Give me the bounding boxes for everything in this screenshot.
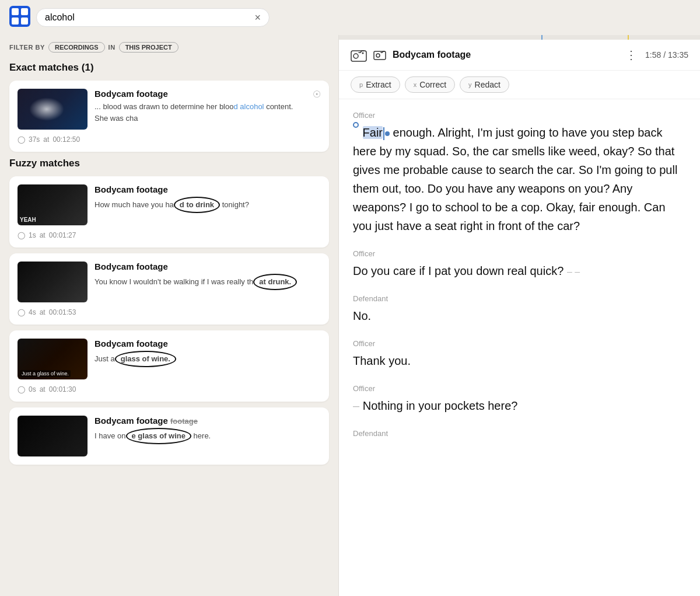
- transcript-text-2[interactable]: No.: [353, 306, 686, 325]
- selected-text: Fair: [363, 126, 383, 139]
- trailing-dots: – –: [567, 267, 580, 277]
- redact-button[interactable]: y Redact: [460, 76, 509, 93]
- svg-rect-3: [12, 18, 19, 25]
- result-meta-0: ◯ 37s at 00:12:50: [18, 135, 321, 144]
- clock-icon-f1: ◯: [18, 308, 25, 316]
- fuzzy-snippet-3: I have one glass of wine here.: [94, 428, 321, 444]
- fuzzy-time-0: 00:01:27: [49, 231, 76, 239]
- svg-point-9: [376, 54, 380, 57]
- fuzzy-info-1: Bodycam footage You know I wouldn't be w…: [94, 262, 321, 290]
- fuzzy-match-card-3[interactable]: Bodycam footage footage I have one glass…: [9, 407, 329, 465]
- filter-bar: FILTER BY RECORDINGS IN THIS PROJECT: [9, 42, 329, 53]
- correct-key: x: [414, 81, 417, 88]
- transcript-speaker-2: Defendant: [353, 294, 686, 303]
- app-logo[interactable]: [9, 6, 30, 29]
- filter-recordings-chip[interactable]: RECORDINGS: [48, 42, 105, 53]
- main-content: FILTER BY RECORDINGS IN THIS PROJECT Exa…: [0, 35, 700, 596]
- exact-matches-section: Exact matches (1) Bodycam footage ... bl…: [9, 62, 329, 152]
- fuzzy-info-0: Bodycam footage How much have you had to…: [94, 184, 321, 213]
- result-time-0: 00:12:50: [52, 135, 80, 144]
- fuzzy-snippet-2: Just a glass of wine.: [94, 351, 321, 367]
- fuzzy-time-1: 00:01:53: [49, 308, 76, 316]
- transcript-text-3[interactable]: Thank you.: [353, 351, 686, 370]
- search-box[interactable]: ×: [36, 8, 270, 27]
- result-thumbnail-0: [18, 89, 88, 130]
- fuzzy-info-2: Bodycam footage Just a glass of wine.: [94, 339, 321, 367]
- clear-search-button[interactable]: ×: [254, 12, 261, 23]
- fuzzy-meta-1: ◯ 4s at 00:01:53: [18, 308, 321, 316]
- fuzzy-duration-2: 0s: [29, 385, 36, 393]
- fuzzy-meta-0: ◯ 1s at 00:01:27: [18, 231, 321, 239]
- more-options-button[interactable]: ⋮: [623, 48, 639, 62]
- video-progress-bar[interactable]: [339, 35, 700, 40]
- fuzzy-match-card-2[interactable]: Just a glass of wine. Bodycam footage Ju…: [9, 330, 329, 402]
- progress-marker-yellow: [628, 35, 629, 40]
- filter-label: FILTER BY: [9, 44, 45, 51]
- circled-phrase-3: e glass of wine: [126, 428, 191, 444]
- transcript-area: Officer Fair enough. Alright, I'm just g…: [339, 99, 700, 596]
- result-info-0: Bodycam footage ... blood was drawn to d…: [94, 89, 306, 124]
- redact-key: y: [468, 81, 472, 88]
- circled-phrase-1: at drunk.: [253, 274, 297, 290]
- fuzzy-info-3: Bodycam footage footage I have one glass…: [94, 416, 321, 444]
- redact-label: Redact: [475, 80, 501, 89]
- selection-handle: [353, 126, 363, 139]
- time-separator: /: [663, 50, 668, 60]
- correct-label: Correct: [419, 80, 446, 89]
- extract-key: p: [359, 81, 363, 88]
- search-input[interactable]: [45, 12, 250, 23]
- transcript-text-0[interactable]: Fair enough. Alright, I'm just going to …: [353, 123, 686, 235]
- transcript-speaker-1: Officer: [353, 249, 686, 258]
- toolbar: p Extract x Correct y Redact: [339, 71, 700, 99]
- snippet-highlight: d alcohol: [233, 102, 264, 111]
- fuzzy-match-card-1[interactable]: Bodycam footage You know I wouldn't be w…: [9, 253, 329, 325]
- filter-project-chip[interactable]: THIS PROJECT: [119, 42, 178, 53]
- selection-handle-top: [353, 122, 359, 128]
- transcript-text-1[interactable]: Do you care if I pat you down real quick…: [353, 262, 686, 280]
- top-bar: ×: [0, 0, 700, 35]
- fuzzy-thumbnail-0: YEAH: [18, 184, 88, 225]
- result-title-0: Bodycam footage: [94, 89, 306, 99]
- transcript-speaker-0: Officer: [353, 111, 686, 120]
- transcript-block-5: Defendant: [353, 429, 686, 438]
- bodycam-icon: [373, 48, 387, 62]
- fuzzy-title-0: Bodycam footage: [94, 184, 321, 194]
- clock-icon: ◯: [18, 135, 25, 144]
- transcript-block-2: Defendant No.: [353, 294, 686, 325]
- transcript-speaker-4: Officer: [353, 384, 686, 393]
- progress-track: [339, 35, 700, 40]
- recording-title: Bodycam footage: [393, 50, 617, 60]
- result-snippet-0: ... blood was drawn to determine her blo…: [94, 101, 306, 124]
- exact-match-card-0[interactable]: Bodycam footage ... blood was drawn to d…: [9, 81, 329, 152]
- fuzzy-time-2: 00:01:30: [49, 385, 76, 393]
- transcript-text-4[interactable]: – Nothing in your pockets here?: [353, 396, 686, 415]
- correct-button[interactable]: x Correct: [405, 76, 455, 93]
- camera-icon: [351, 47, 367, 63]
- fuzzy-duration-1: 4s: [29, 308, 36, 316]
- dash-prefix: –: [353, 399, 359, 412]
- text-cursor: [383, 127, 384, 140]
- svg-point-6: [354, 54, 358, 58]
- transcript-speaker-5: Defendant: [353, 429, 686, 438]
- extract-button[interactable]: p Extract: [351, 76, 400, 93]
- svg-point-7: [362, 53, 364, 54]
- left-panel: FILTER BY RECORDINGS IN THIS PROJECT Exa…: [0, 35, 338, 596]
- strikethrough-label: footage: [170, 417, 198, 426]
- fuzzy-snippet-1: You know I wouldn't be walking if I was …: [94, 274, 321, 290]
- svg-rect-2: [21, 8, 28, 15]
- check-icon[interactable]: ☉: [313, 89, 321, 100]
- fuzzy-title-3: Bodycam footage footage: [94, 416, 321, 426]
- fuzzy-title-1: Bodycam footage: [94, 262, 321, 271]
- fuzzy-thumbnail-1: [18, 262, 88, 302]
- circled-phrase-0: d to drink: [174, 197, 220, 213]
- fuzzy-duration-0: 1s: [29, 231, 36, 239]
- circled-phrase-2: glass of wine.: [115, 351, 176, 367]
- transcript-block-1: Officer Do you care if I pat you down re…: [353, 249, 686, 280]
- clock-icon-f2: ◯: [18, 385, 25, 393]
- transcript-block-4: Officer – Nothing in your pockets here?: [353, 384, 686, 415]
- fuzzy-matches-section: Fuzzy matches YEAH Bodycam footage How m…: [9, 158, 329, 465]
- transcript-block-0: Officer Fair enough. Alright, I'm just g…: [353, 111, 686, 235]
- fuzzy-match-card-0[interactable]: YEAH Bodycam footage How much have you h…: [9, 176, 329, 248]
- thumb-text-2: Just a glass of wine.: [20, 370, 71, 377]
- svg-rect-4: [21, 18, 28, 25]
